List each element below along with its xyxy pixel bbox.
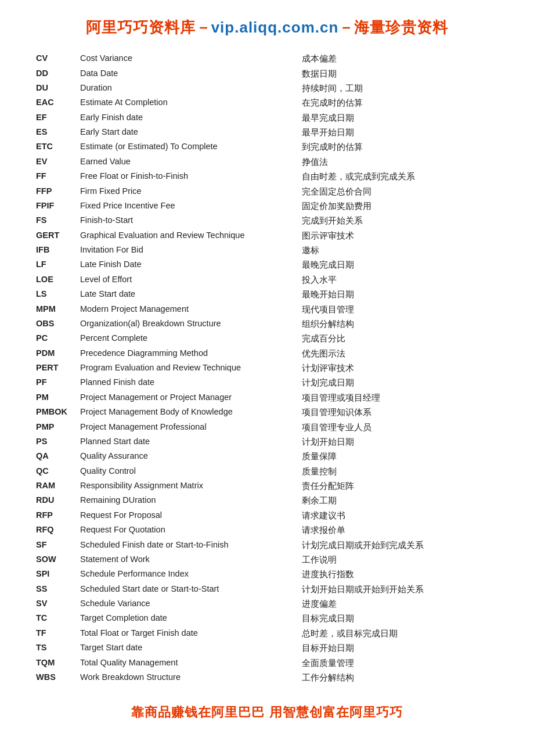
chinese-cell: 计划完成日期或开始到完成关系 <box>290 538 499 552</box>
abbr-cell: DU <box>35 81 75 96</box>
abbr-cell: PC <box>35 332 75 346</box>
table-row: RAMResponsibility Assignment Matrix责任分配矩… <box>35 479 499 494</box>
abbr-cell: EAC <box>35 96 75 110</box>
table-row: PSPlanned Start date计划开始日期 <box>35 435 499 449</box>
table-row: FSFinish-to-Start完成到开始关系 <box>35 214 499 228</box>
chinese-cell: 在完成时的估算 <box>290 96 499 110</box>
abbr-cell: SV <box>35 597 75 611</box>
english-cell: Statement of Work <box>75 553 290 567</box>
table-row: DUDuration持续时间，工期 <box>35 81 499 96</box>
table-row: SFScheduled Finish date or Start-to-Fini… <box>35 538 499 552</box>
footer-text: 靠商品赚钱在阿里巴巴 用智慧创富在阿里巧巧 <box>131 705 402 719</box>
abbr-cell: QA <box>35 449 75 464</box>
chinese-cell: 投入水平 <box>290 273 499 287</box>
abbr-cell: SS <box>35 582 75 597</box>
header-title: 阿里巧巧资料库－vip.aliqq.com.cn－海量珍贵资料 <box>35 17 499 38</box>
english-cell: Early Start date <box>75 125 290 140</box>
chinese-cell: 完成到开始关系 <box>290 214 499 228</box>
english-cell: Schedule Performance Index <box>75 567 290 582</box>
table-row: PCPercent Complete完成百分比 <box>35 332 499 346</box>
abbr-cell: EF <box>35 111 75 125</box>
chinese-cell: 计划完成日期 <box>290 376 499 390</box>
english-cell: Earned Value <box>75 155 290 170</box>
chinese-cell: 进度偏差 <box>290 597 499 611</box>
chinese-cell: 最晚开始日期 <box>290 287 499 302</box>
table-row: PMBOKProject Management Body of Knowledg… <box>35 405 499 420</box>
english-cell: Early Finish date <box>75 111 290 125</box>
english-cell: Precedence Diagramming Method <box>75 347 290 361</box>
chinese-cell: 优先图示法 <box>290 347 499 361</box>
abbr-cell: PMBOK <box>35 405 75 420</box>
abbr-cell: FPIF <box>35 199 75 214</box>
english-cell: Graphical Evaluation and Review Techniqu… <box>75 229 290 243</box>
chinese-cell: 请求建议书 <box>290 509 499 523</box>
table-row: MPMModern Project Management现代项目管理 <box>35 302 499 316</box>
english-cell: Schedule Variance <box>75 597 290 611</box>
chinese-cell: 完全固定总价合同 <box>290 184 499 199</box>
chinese-cell: 固定价加奖励费用 <box>290 199 499 214</box>
abbr-cell: TS <box>35 641 75 656</box>
table-row: EVEarned Value挣值法 <box>35 155 499 170</box>
abbr-cell: LF <box>35 258 75 272</box>
chinese-cell: 工作分解结构 <box>290 671 499 685</box>
abbr-cell: QC <box>35 465 75 479</box>
table-row: CVCost Variance成本偏差 <box>35 52 499 66</box>
english-cell: Level of Effort <box>75 273 290 287</box>
chinese-cell: 项目管理知识体系 <box>290 405 499 420</box>
abbr-cell: PERT <box>35 361 75 376</box>
chinese-cell: 剩余工期 <box>290 494 499 508</box>
english-cell: Fixed Price Incentive Fee <box>75 199 290 214</box>
english-cell: Total Float or Target Finish date <box>75 627 290 641</box>
english-cell: Invitation For Bid <box>75 243 290 258</box>
header-text1: 阿里巧巧资料库－ <box>86 19 211 36</box>
abbr-cell: ETC <box>35 140 75 154</box>
table-row: QAQuality Assurance质量保障 <box>35 449 499 464</box>
abbr-cell: PS <box>35 435 75 449</box>
chinese-cell: 总时差，或目标完成日期 <box>290 627 499 641</box>
table-row: RFPRequest For Proposal请求建议书 <box>35 509 499 523</box>
chinese-cell: 持续时间，工期 <box>290 81 499 96</box>
english-cell: Request For Proposal <box>75 509 290 523</box>
table-row: TCTarget Completion date目标完成日期 <box>35 611 499 626</box>
chinese-cell: 挣值法 <box>290 155 499 170</box>
chinese-cell: 全面质量管理 <box>290 656 499 670</box>
chinese-cell: 目标完成日期 <box>290 611 499 626</box>
abbr-cell: FF <box>35 170 75 184</box>
chinese-cell: 成本偏差 <box>290 52 499 66</box>
abbr-cell: TC <box>35 611 75 626</box>
chinese-cell: 目标开始日期 <box>290 641 499 656</box>
glossary-table: CVCost Variance成本偏差DDData Date数据日期DUDura… <box>35 52 499 685</box>
english-cell: Project Management Professional <box>75 420 290 434</box>
english-cell: Free Float or Finish-to-Finish <box>75 170 290 184</box>
table-row: SVSchedule Variance进度偏差 <box>35 597 499 611</box>
english-cell: Planned Start date <box>75 435 290 449</box>
table-row: ESEarly Start date最早开始日期 <box>35 125 499 140</box>
chinese-cell: 最早开始日期 <box>290 125 499 140</box>
table-row: DDData Date数据日期 <box>35 66 499 81</box>
abbr-cell: RFQ <box>35 523 75 538</box>
abbr-cell: IFB <box>35 243 75 258</box>
english-cell: Planned Finish date <box>75 376 290 390</box>
abbr-cell: LOE <box>35 273 75 287</box>
table-row: OBSOrganization(al) Breakdown Structure组… <box>35 317 499 332</box>
english-cell: Total Quality Management <box>75 656 290 670</box>
table-row: WBSWork Breakdown Structure工作分解结构 <box>35 671 499 685</box>
english-cell: Data Date <box>75 66 290 81</box>
chinese-cell: 责任分配矩阵 <box>290 479 499 494</box>
abbr-cell: ES <box>35 125 75 140</box>
abbr-cell: TF <box>35 627 75 641</box>
chinese-cell: 邀标 <box>290 243 499 258</box>
english-cell: Finish-to-Start <box>75 214 290 228</box>
abbr-cell: PDM <box>35 347 75 361</box>
table-row: RFQRequest For Quotation请求报价单 <box>35 523 499 538</box>
chinese-cell: 进度执行指数 <box>290 567 499 582</box>
chinese-cell: 质量控制 <box>290 465 499 479</box>
abbr-cell: DD <box>35 66 75 81</box>
english-cell: Project Management or Project Manager <box>75 391 290 405</box>
english-cell: Cost Variance <box>75 52 290 66</box>
table-row: IFBInvitation For Bid邀标 <box>35 243 499 258</box>
english-cell: Program Evaluation and Review Technique <box>75 361 290 376</box>
table-row: PFPlanned Finish date计划完成日期 <box>35 376 499 390</box>
chinese-cell: 自由时差，或完成到完成关系 <box>290 170 499 184</box>
english-cell: Quality Control <box>75 465 290 479</box>
